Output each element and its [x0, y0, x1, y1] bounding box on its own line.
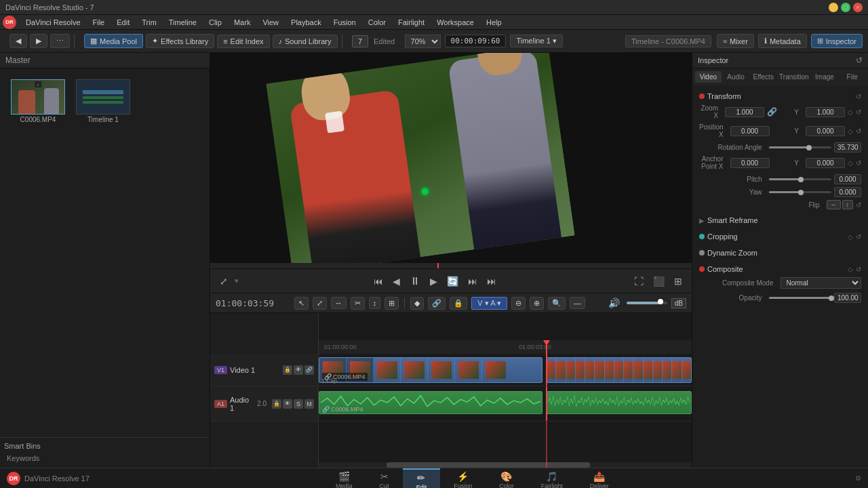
flip-h-button[interactable]: ↔ [827, 200, 841, 209]
go-to-start-button[interactable]: ⏮ [371, 274, 386, 288]
tl-more[interactable]: — [570, 297, 585, 309]
track-link-icon[interactable]: 🔗 [304, 365, 314, 375]
zoom-select[interactable]: 70% [405, 35, 441, 48]
timeline-selector[interactable]: Timeline 1 ▾ [510, 35, 562, 47]
inspector-button[interactable]: ⊞ Inspector [811, 34, 863, 48]
track-eye-icon[interactable]: 👁 [294, 365, 303, 375]
menu-workspace[interactable]: Workspace [431, 17, 479, 28]
zoom-x-value[interactable]: 1.000 [725, 107, 764, 117]
preview-expand-button[interactable]: ⤢ [217, 274, 231, 288]
output-button[interactable]: ⊞ [671, 274, 685, 288]
rotation-value[interactable]: 35.730 [834, 142, 861, 152]
minimize-button[interactable]: ─ [829, 3, 838, 12]
menu-file[interactable]: File [87, 17, 111, 28]
tl-position-tool[interactable]: ⊞ [384, 297, 399, 310]
tl-track-selector[interactable]: V ▾ A ▾ [471, 297, 507, 310]
maximize-button[interactable]: □ [841, 3, 850, 12]
zoom-reset-btn[interactable]: ◇ [848, 108, 853, 116]
media-pool-button[interactable]: ▦ Media Pool [84, 34, 143, 48]
timeline-scrollbar[interactable] [319, 462, 692, 468]
composite-mode-select[interactable]: Normal [781, 277, 862, 289]
menu-mark[interactable]: Mark [229, 17, 256, 28]
nav-tab-fairlight[interactable]: 🎵 Fairlight [528, 468, 576, 488]
nav-tab-color[interactable]: 🎨 Color [486, 468, 528, 488]
nav-tab-edit[interactable]: ✏ Edit [403, 468, 441, 488]
tab-transition[interactable]: Transition [778, 71, 810, 83]
cropping-header[interactable]: Cropping ◇ ↺ [696, 230, 864, 243]
position-x-value[interactable]: 0.000 [730, 126, 770, 136]
flip-reset-btn[interactable]: ↺ [856, 201, 861, 209]
menu-timeline[interactable]: Timeline [163, 17, 202, 28]
menu-clip[interactable]: Clip [203, 17, 227, 28]
cropping-reset-btn[interactable]: ◇ [848, 233, 853, 241]
more-options-button[interactable]: ⋯ [50, 34, 70, 48]
scrubber-bar[interactable] [210, 263, 692, 268]
cropping-keyframe-btn[interactable]: ↺ [856, 233, 861, 241]
nav-tab-media[interactable]: 🎬 Media [322, 468, 366, 488]
tab-audio[interactable]: Audio [723, 71, 749, 83]
dynamic-zoom-header[interactable]: Dynamic Zoom [696, 246, 864, 260]
tl-volume-slider[interactable] [627, 302, 667, 304]
tl-link-toggle[interactable]: 🔗 [428, 297, 446, 310]
menu-fusion[interactable]: Fusion [328, 17, 361, 28]
composite-reset-btn[interactable]: ◇ [848, 266, 853, 273]
track-lock-icon[interactable]: 🔒 [283, 365, 292, 375]
position-y-value[interactable]: 0.000 [806, 126, 845, 136]
menu-playback[interactable]: Playback [285, 17, 327, 28]
zoom-keyframe-btn[interactable]: ↺ [856, 108, 861, 116]
pitch-slider[interactable] [769, 178, 832, 180]
pitch-value[interactable]: 0.000 [834, 174, 861, 184]
nav-right-button[interactable]: ▶ [30, 34, 47, 48]
tl-volume-btn[interactable]: 🔊 [606, 296, 623, 310]
tl-trim-tool[interactable]: ⤢ [313, 297, 327, 310]
audio-clip-rest[interactable] [546, 391, 692, 414]
effects-library-button[interactable]: ✦ Effects Library [146, 34, 214, 48]
nav-tab-cut[interactable]: ✂ Cut [366, 468, 403, 488]
keywords-bin[interactable]: Keywords [4, 453, 205, 464]
smart-reframe-header[interactable]: ▶ Smart Reframe [696, 214, 864, 227]
play-forward-button[interactable]: ▶ [427, 274, 440, 288]
transform-header[interactable]: Transform ↺ [696, 89, 864, 103]
zoom-link-icon[interactable]: 🔗 [767, 107, 777, 117]
audio-clip-first[interactable]: 🔗 C0006.MP4 [319, 391, 542, 414]
inspector-reset-button[interactable]: ↺ [856, 56, 863, 65]
edit-index-button[interactable]: ≡ Edit Index [217, 35, 269, 48]
menu-help[interactable]: Help [481, 17, 507, 28]
tab-video[interactable]: Video [695, 71, 722, 83]
tl-snap[interactable]: 🔒 [450, 297, 467, 310]
go-end-button[interactable]: ⏭ [484, 274, 499, 288]
position-reset-btn[interactable]: ◇ [848, 127, 853, 135]
menu-color[interactable]: Color [363, 17, 391, 28]
media-thumbnail-c0006[interactable]: ♪ [11, 79, 65, 115]
yaw-value[interactable]: 0.000 [834, 187, 861, 197]
menu-edit[interactable]: Edit [111, 17, 135, 28]
tl-zoom-in[interactable]: ⊕ [530, 297, 544, 310]
play-button[interactable]: ⏸ [407, 274, 423, 289]
menu-view[interactable]: View [257, 17, 284, 28]
tab-effects[interactable]: Effects [750, 71, 776, 83]
tl-select-tool[interactable]: ↖ [294, 297, 309, 310]
tl-search[interactable]: 🔍 [548, 297, 566, 310]
yaw-slider[interactable] [769, 191, 832, 193]
tl-slip-tool[interactable]: ↕ [369, 297, 381, 309]
metadata-button[interactable]: ℹ Metadata [758, 34, 807, 48]
anchor-keyframe-btn[interactable]: ↺ [856, 159, 861, 167]
opacity-value[interactable]: 100.00 [834, 293, 861, 303]
rotation-slider[interactable] [769, 146, 832, 148]
transform-reset-btn[interactable]: ↺ [856, 93, 861, 100]
flip-v-button[interactable]: ↕ [842, 200, 854, 209]
tl-blade-tool[interactable]: ✂ [351, 297, 365, 310]
anchor-x-value[interactable]: 0.000 [730, 158, 770, 168]
zoom-y-value[interactable]: 1.000 [806, 107, 845, 117]
tl-dynamic-trim[interactable]: ↔ [331, 297, 347, 309]
mixer-button[interactable]: ≈ Mixer [717, 34, 754, 48]
cinema-mode-button[interactable]: ⬛ [650, 274, 667, 288]
step-back-button[interactable]: ◀ [390, 274, 403, 288]
loop-button[interactable]: 🔄 [444, 274, 461, 288]
nav-tab-fusion[interactable]: ⚡ Fusion [440, 468, 486, 488]
tl-add-marker[interactable]: ◆ [410, 297, 424, 310]
audio-lock-icon[interactable]: 🔒 [272, 399, 281, 409]
composite-header[interactable]: Composite ◇ ↺ [696, 262, 864, 276]
anchor-reset-btn[interactable]: ◇ [848, 159, 853, 167]
tl-zoom-out[interactable]: ⊖ [511, 297, 526, 310]
